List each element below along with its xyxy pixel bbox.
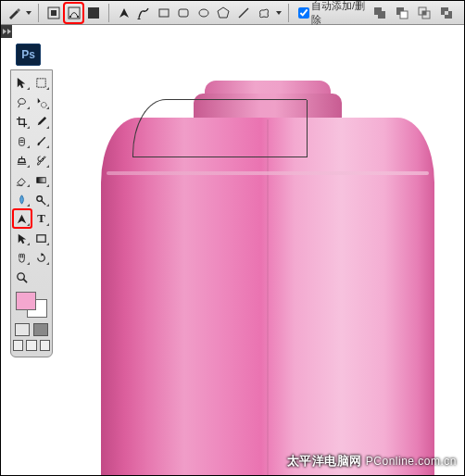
options-bar: 自动添加/删除 [1, 1, 464, 25]
watermark: 太平洋电脑网 PConline.com.cn [287, 453, 457, 470]
quick-selection-tool[interactable] [32, 93, 51, 111]
document-canvas[interactable]: 太平洋电脑网 PConline.com.cn [55, 25, 464, 475]
auto-add-delete-label: 自动添加/删除 [311, 0, 366, 27]
quick-mask-mode-icon [33, 323, 48, 336]
svg-rect-6 [159, 9, 169, 17]
ellipse-shape[interactable] [195, 4, 213, 22]
pen-tool[interactable] [13, 209, 31, 228]
svg-rect-12 [378, 11, 385, 19]
svg-rect-21 [37, 78, 45, 86]
type-tool-glyph: T [37, 211, 45, 226]
history-brush-tool[interactable] [32, 151, 51, 169]
pathop-exclude[interactable] [436, 4, 457, 22]
artwork-bottle-highlight [107, 171, 429, 175]
crop-tool[interactable] [13, 112, 31, 131]
active-path-segment-bottom[interactable] [132, 157, 307, 157]
separator [108, 4, 109, 22]
blur-tool[interactable] [13, 190, 31, 208]
pathop-combine[interactable] [370, 4, 390, 22]
foreground-color-swatch[interactable] [16, 292, 36, 310]
svg-line-29 [42, 200, 46, 205]
lasso-tool[interactable] [13, 93, 31, 111]
dodge-tool[interactable] [32, 190, 51, 208]
separator [38, 4, 39, 22]
eyedropper-tool[interactable] [32, 112, 51, 131]
paths-mode[interactable] [65, 4, 83, 22]
rectangle-tool[interactable] [32, 229, 51, 247]
active-path-segment[interactable] [132, 99, 307, 157]
fill-pixels-mode[interactable] [84, 4, 103, 22]
tools-panel: T [10, 69, 53, 357]
spot-healing-brush-tool[interactable] [13, 132, 31, 150]
shape-options-dropdown-icon[interactable] [274, 9, 283, 17]
auto-add-delete-checkbox[interactable] [298, 7, 309, 19]
app-badge-text: Ps [21, 48, 35, 61]
pathop-intersect[interactable] [414, 4, 434, 22]
standard-mode-icon [15, 323, 30, 336]
path-selection-tool[interactable] [13, 229, 31, 247]
svg-line-32 [23, 279, 27, 282]
svg-rect-30 [37, 234, 45, 242]
gradient-tool[interactable] [32, 170, 51, 189]
rotate-view-tool[interactable] [32, 248, 51, 267]
svg-marker-9 [218, 7, 229, 18]
path-operations-group [370, 4, 457, 22]
svg-rect-27 [37, 177, 45, 182]
brush-tool[interactable] [32, 132, 51, 150]
svg-rect-5 [88, 7, 99, 19]
shape-layers-mode[interactable] [44, 4, 63, 22]
horizontal-type-tool[interactable]: T [32, 209, 51, 228]
svg-rect-17 [422, 11, 426, 15]
color-swatches[interactable] [13, 292, 50, 318]
watermark-cn: 太平洋电脑网 [287, 454, 362, 468]
hand-tool[interactable] [13, 248, 31, 267]
svg-line-10 [239, 8, 248, 18]
rounded-rectangle-shape[interactable] [174, 4, 193, 22]
eraser-tool[interactable] [13, 170, 31, 189]
svg-rect-7 [179, 9, 188, 17]
screen-mode-full-menubar-icon [26, 340, 36, 351]
screen-mode-standard-icon [13, 340, 23, 351]
svg-point-31 [18, 272, 25, 280]
clone-stamp-tool[interactable] [13, 151, 31, 169]
zoom-tool[interactable] [13, 268, 31, 286]
svg-point-8 [199, 9, 208, 17]
pen-subtool[interactable] [115, 4, 133, 22]
pathop-subtract[interactable] [392, 4, 412, 22]
quick-mask-toggle[interactable] [13, 323, 50, 336]
panel-collapse-tab[interactable] [1, 25, 12, 38]
auto-add-delete-option[interactable]: 自动添加/删除 [298, 0, 366, 27]
polygon-shape[interactable] [215, 4, 233, 22]
app-badge: Ps [16, 44, 41, 66]
separator [288, 4, 289, 22]
screen-mode-full-icon [40, 340, 50, 351]
custom-shape[interactable] [255, 4, 273, 22]
svg-rect-20 [445, 11, 448, 15]
tool-preset-picker[interactable] [5, 4, 23, 22]
rectangular-marquee-tool[interactable] [32, 73, 51, 92]
svg-rect-3 [69, 16, 71, 18]
line-shape[interactable] [234, 4, 253, 22]
tool-preset-dropdown-icon[interactable] [25, 9, 33, 17]
screen-mode-switcher[interactable] [13, 340, 50, 351]
svg-rect-4 [77, 16, 79, 18]
rectangle-shape[interactable] [155, 4, 173, 22]
svg-rect-14 [400, 11, 408, 19]
move-tool[interactable] [13, 73, 31, 92]
watermark-en: PConline.com.cn [366, 455, 457, 468]
svg-rect-1 [51, 10, 57, 16]
freeform-pen-subtool[interactable] [134, 4, 153, 22]
